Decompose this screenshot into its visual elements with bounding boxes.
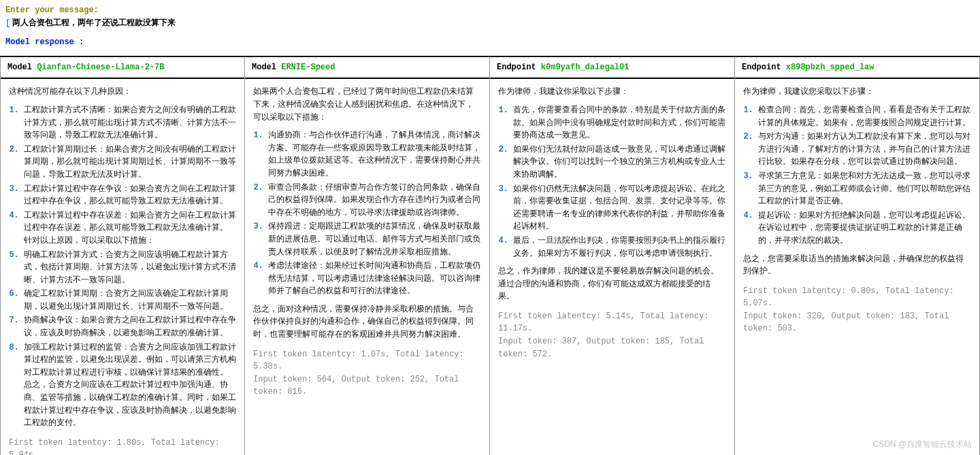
response-list: 工程款计算方式不清晰：如果合资方之间没有明确的工程款计算方式，那么就可能出现计算… bbox=[9, 104, 236, 430]
response-intro: 作为律师，我建议你采取以下步骤： bbox=[498, 86, 726, 99]
list-item: 最后，一旦法院作出判决，你需要按照判决书上的指示履行义务。如果对方不履行判决，你… bbox=[513, 235, 726, 260]
list-item: 审查合同条款：仔细审查与合作方签订的合同条款，确保自己的权益得到保障。如果发现合… bbox=[268, 182, 481, 220]
column-body: 作为律师，我建议你采取以下步骤： 首先，你需要查看合同中的条款，特别是关于付款方… bbox=[490, 79, 734, 370]
latency-metrics: First token latentcy: 5.14s, Total laten… bbox=[498, 310, 726, 360]
response-label: Model response : bbox=[5, 36, 84, 49]
latency-metrics: First token latentcy: 0.80s, Total laten… bbox=[743, 285, 971, 335]
column-body: 这种情况可能存在以下几种原因： 工程款计算方式不清晰：如果合资方之间没有明确的工… bbox=[1, 79, 244, 455]
list-item: 寻求第三方意见：如果您和对方无法达成一致，您可以寻求第三方的意见，例如工程师或会… bbox=[758, 170, 971, 208]
response-conclusion: 总之，您需要采取适当的措施来解决问题，并确保您的权益得到保护。 bbox=[743, 253, 971, 278]
list-item: 保持跟进：定期跟进工程款项的结算情况，确保及时获取最新的进展信息。可以通过电话、… bbox=[268, 220, 481, 258]
list-item: 检查合同：首先，您需要检查合同，看看是否有关于工程款计算的具体规定。如果有，您需… bbox=[758, 104, 971, 129]
list-item: 协商解决争议：如果合资方之间在工程款计算过程中存在争议，应该及时协商解决，以避免… bbox=[24, 314, 236, 339]
header-prefix: Endpoint bbox=[742, 63, 781, 72]
response-conclusion: 总之，作为律师，我的建议是不要轻易放弃解决问题的机会。通过合理的沟通和协商，你们… bbox=[498, 265, 726, 303]
response-list: 检查合同：首先，您需要检查合同，看看是否有关于工程款计算的具体规定。如果有，您需… bbox=[743, 104, 971, 248]
latency-metrics: First token latentcy: 1.07s, Total laten… bbox=[253, 348, 481, 399]
model-name: ERNIE-Speed bbox=[281, 63, 335, 72]
list-item: 确定工程款计算周期：合资方之间应该确定工程款计算周期，以避免出现计算周期过长、计… bbox=[24, 288, 236, 313]
list-item: 如果你们仍然无法解决问题，你可以考虑提起诉讼。在此之前，你需要收集证据，包括合同… bbox=[513, 183, 726, 233]
list-item: 明确工程款计算方式：合资方之间应该明确工程款计算方式，包括计算周期、计算方法等，… bbox=[24, 249, 236, 287]
list-item: 沟通协商：与合作伙伴进行沟通，了解具体情况，商讨解决方案。可能存在一些客观原因导… bbox=[268, 129, 481, 180]
list-item: 考虑法律途径：如果经过长时间沟通和协商后，工程款项仍然无法结算，可以考虑通过法律… bbox=[268, 260, 481, 298]
header-prefix: Model bbox=[252, 63, 276, 72]
response-column: Model ERNIE-Speed 如果两个人合资包工程，已经过了两年时间但工程… bbox=[245, 57, 490, 455]
response-conclusion: 总之，面对这种情况，需要保持冷静并采取积极的措施。与合作伙伴保持良好的沟通和合作… bbox=[253, 303, 481, 341]
list-item: 如果你们无法就付款问题达成一致意见，可以考虑通过调解解决争议。你们可以找到一个独… bbox=[513, 144, 726, 182]
response-column: Model Qianfan-Chinese-Llama-2-7B 这种情况可能存… bbox=[0, 57, 245, 455]
latency-metrics: First token latentcy: 1.80s, Total laten… bbox=[9, 437, 236, 455]
response-list: 沟通协商：与合作伙伴进行沟通，了解具体情况，商讨解决方案。可能存在一些客观原因导… bbox=[253, 129, 481, 298]
user-input-line[interactable]: [ 两人合资包工程，两年了还说工程款没算下来 bbox=[5, 17, 975, 30]
list-item: 提起诉讼：如果对方拒绝解决问题，您可以考虑提起诉讼。在诉讼过程中，您需要提供证据… bbox=[758, 209, 971, 248]
column-header: Model Qianfan-Chinese-Llama-2-7B bbox=[1, 57, 244, 80]
column-header: Endpoint k0m9yafh_dalegal01 bbox=[490, 57, 734, 80]
column-header: Model ERNIE-Speed bbox=[245, 57, 489, 80]
user-message-text: 两人合资包工程，两年了还说工程款没算下来 bbox=[12, 17, 176, 30]
response-column: Endpoint x898pbzh_spped_law 作为律师，我建议您采取以… bbox=[735, 57, 980, 455]
prompt-label: Enter your message: bbox=[5, 4, 975, 17]
response-column: Endpoint k0m9yafh_dalegal01 作为律师，我建议你采取以… bbox=[490, 57, 735, 455]
endpoint-name: x898pbzh_spped_law bbox=[786, 63, 875, 72]
list-item: 首先，你需要查看合同中的条款，特别是关于付款方面的条款。如果合同中没有明确规定付… bbox=[513, 104, 726, 142]
list-item: 工程款计算过程中存在争议：如果合资方之间在工程款计算过程中存在争议，那么就可能导… bbox=[24, 183, 236, 208]
response-grid: Model Qianfan-Chinese-Llama-2-7B 这种情况可能存… bbox=[0, 56, 980, 455]
list-item: 工程款计算周期过长：如果合资方之间没有明确的工程款计算周期，那么就可能出现计算周… bbox=[24, 144, 236, 182]
cursor-icon: [ bbox=[5, 17, 10, 30]
header-prefix: Model bbox=[7, 63, 32, 72]
column-body: 如果两个人合资包工程，已经过了两年时间但工程款仍未结算下来，这种情况确实会让人感… bbox=[245, 79, 489, 408]
header-prefix: Endpoint bbox=[497, 63, 536, 72]
response-intro: 这种情况可能存在以下几种原因： bbox=[9, 86, 236, 99]
endpoint-name: k0m9yafh_dalegal01 bbox=[541, 63, 630, 72]
column-body: 作为律师，我建议您采取以下步骤： 检查合同：首先，您需要检查合同，看看是否有关于… bbox=[735, 79, 979, 345]
response-intro: 如果两个人合资包工程，已经过了两年时间但工程款仍未结算下来，这种情况确实会让人感… bbox=[253, 86, 481, 124]
list-item: 与对方沟通：如果对方认为工程款没有算下来，您可以与对方进行沟通，了解对方的计算方… bbox=[758, 131, 971, 169]
column-header: Endpoint x898pbzh_spped_law bbox=[735, 57, 979, 80]
prompt-block: Enter your message: [ 两人合资包工程，两年了还说工程款没算… bbox=[0, 0, 980, 56]
list-item: 加强工程款计算过程的监管：合资方之间应该加强工程款计算过程的监管，以避免出现误差… bbox=[24, 341, 236, 430]
list-item: 工程款计算方式不清晰：如果合资方之间没有明确的工程款计算方式，那么就可能出现计算… bbox=[24, 104, 236, 142]
response-list: 首先，你需要查看合同中的条款，特别是关于付款方面的条款。如果合同中没有明确规定付… bbox=[498, 104, 726, 260]
model-name: Qianfan-Chinese-Llama-2-7B bbox=[37, 63, 164, 72]
response-intro: 作为律师，我建议您采取以下步骤： bbox=[743, 86, 971, 99]
list-item: 工程款计算过程中存在误差：如果合资方之间在工程款计算过程中存在误差，那么就可能导… bbox=[24, 209, 236, 248]
